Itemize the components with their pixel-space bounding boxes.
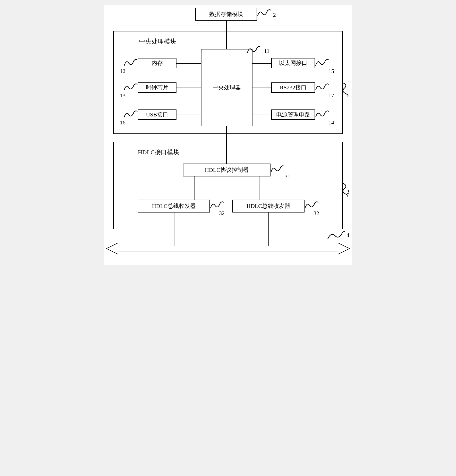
- squiggle-31: [271, 164, 285, 173]
- line-ethernet: [252, 63, 271, 64]
- ref-16: 16: [120, 119, 125, 126]
- ethernet-label: 以太网接口: [279, 59, 307, 67]
- squiggle-32a: [210, 200, 224, 209]
- ref-3: 3: [347, 189, 349, 195]
- cpu-module-title: 中央处理模块: [139, 37, 176, 46]
- squiggle-14: [315, 109, 329, 118]
- ref-17: 17: [328, 92, 334, 99]
- hdlc-module-title: HDLC接口模块: [138, 148, 179, 156]
- hdlc-controller-label: HDLC协议控制器: [205, 166, 249, 174]
- line-trans-left-bus: [174, 212, 174, 246]
- squiggle-2: [257, 8, 271, 17]
- line-power: [252, 115, 271, 115]
- squiggle-11: [247, 45, 261, 54]
- ref-2: 2: [273, 12, 276, 18]
- squiggle-13: [124, 82, 138, 91]
- cpu-label: 中央处理器: [213, 84, 241, 91]
- memory-label: 内存: [151, 59, 163, 67]
- line-memory: [176, 63, 201, 64]
- line-rs232: [252, 88, 271, 88]
- ref-32a: 32: [219, 210, 225, 217]
- squiggle-32b: [305, 200, 319, 209]
- hdlc-controller-box: HDLC协议控制器: [183, 164, 271, 176]
- cpu-box: 中央处理器: [201, 49, 252, 126]
- clock-box: 时钟芯片: [138, 82, 176, 93]
- line-trans-right-bus: [268, 212, 269, 246]
- squiggle-16: [124, 109, 138, 118]
- ref-12: 12: [120, 68, 125, 74]
- bus-arrow: [106, 242, 350, 255]
- ref-14: 14: [328, 119, 334, 126]
- line-ctrl-left: [195, 176, 195, 200]
- usb-box: USB接口: [138, 109, 176, 120]
- hdlc-transceiver-right-box: HDLC总线收发器: [232, 200, 305, 212]
- storage-module-box: 数据存储模块: [195, 8, 257, 21]
- line-cpu-hdlc: [226, 126, 227, 142]
- usb-label: USB接口: [146, 111, 168, 118]
- rs232-box: RS232接口: [271, 82, 315, 93]
- ref-13: 13: [120, 92, 125, 99]
- line-ctrl-right: [259, 176, 259, 200]
- ref-4: 4: [347, 232, 349, 239]
- squiggle-12: [124, 58, 138, 67]
- line-into-controller: [226, 142, 227, 164]
- hdlc-transceiver-right-label: HDLC总线收发器: [247, 202, 290, 210]
- svg-marker-0: [106, 243, 350, 254]
- line-storage-cpu: [226, 21, 227, 31]
- line-usb: [176, 115, 201, 115]
- ref-32b: 32: [314, 210, 319, 217]
- hdlc-transceiver-left-label: HDLC总线收发器: [152, 202, 196, 210]
- line-into-cpu: [226, 31, 227, 49]
- ref-31: 31: [285, 173, 290, 180]
- squiggle-15: [315, 58, 329, 67]
- ref-11: 11: [264, 48, 269, 54]
- clock-label: 时钟芯片: [146, 84, 168, 91]
- ref-1: 1: [347, 87, 349, 94]
- ref-15: 15: [328, 68, 334, 74]
- memory-box: 内存: [138, 58, 176, 68]
- line-clock: [176, 88, 201, 88]
- storage-module-label: 数据存储模块: [209, 10, 243, 18]
- diagram-canvas: 数据存储模块 2 中央处理模块 中央处理器 11 内存 12 时钟芯片 13 U…: [104, 5, 352, 265]
- squiggle-4: [327, 229, 345, 241]
- ethernet-box: 以太网接口: [271, 58, 315, 68]
- rs232-label: RS232接口: [280, 84, 307, 91]
- power-label: 电源管理电路: [276, 111, 310, 118]
- hdlc-transceiver-left-box: HDLC总线收发器: [138, 200, 210, 212]
- squiggle-17: [315, 82, 329, 91]
- power-box: 电源管理电路: [271, 109, 315, 120]
